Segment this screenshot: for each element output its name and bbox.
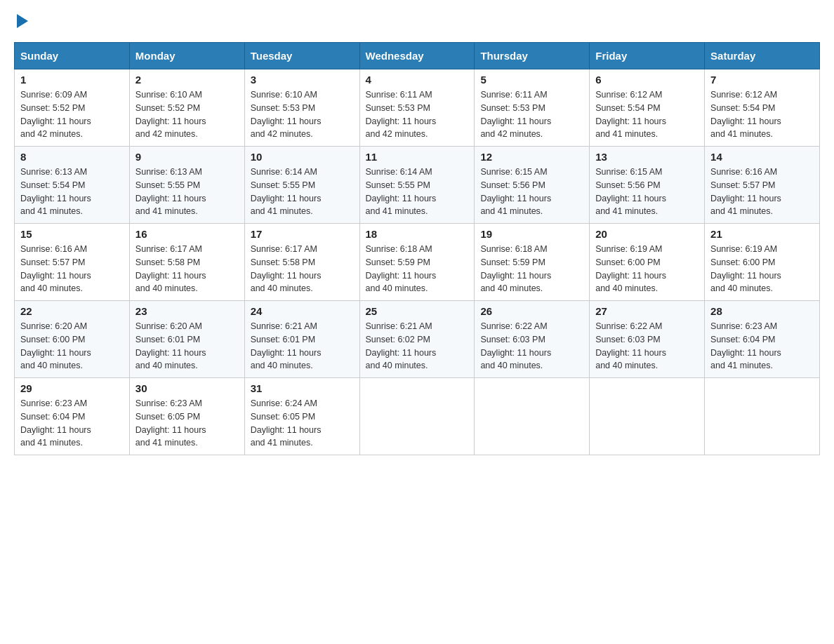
- calendar-week-row: 1 Sunrise: 6:09 AM Sunset: 5:52 PM Dayli…: [15, 69, 820, 147]
- calendar-day-cell: 5 Sunrise: 6:11 AM Sunset: 5:53 PM Dayli…: [475, 69, 590, 147]
- day-info: Sunrise: 6:12 AM Sunset: 5:54 PM Dayligh…: [710, 88, 814, 141]
- day-info: Sunrise: 6:24 AM Sunset: 6:05 PM Dayligh…: [251, 397, 354, 450]
- day-number: 17: [251, 228, 354, 240]
- day-info: Sunrise: 6:13 AM Sunset: 5:54 PM Dayligh…: [20, 166, 124, 218]
- day-number: 15: [20, 228, 124, 240]
- logo-arrow-icon: [17, 14, 28, 28]
- day-number: 25: [366, 305, 469, 317]
- day-info: Sunrise: 6:12 AM Sunset: 5:54 PM Dayligh…: [595, 88, 699, 141]
- calendar-table: SundayMondayTuesdayWednesdayThursdayFrid…: [14, 42, 820, 455]
- day-number: 1: [20, 74, 124, 86]
- calendar-day-cell: 12 Sunrise: 6:15 AM Sunset: 5:56 PM Dayl…: [475, 147, 590, 224]
- day-number: 10: [251, 151, 354, 163]
- calendar-day-cell: 20 Sunrise: 6:19 AM Sunset: 6:00 PM Dayl…: [590, 224, 705, 301]
- calendar-week-row: 8 Sunrise: 6:13 AM Sunset: 5:54 PM Dayli…: [15, 147, 820, 224]
- day-number: 5: [480, 74, 583, 86]
- calendar-empty-cell: [359, 378, 475, 455]
- day-info: Sunrise: 6:23 AM Sunset: 6:05 PM Dayligh…: [135, 397, 239, 450]
- header-wednesday: Wednesday: [359, 43, 475, 69]
- calendar-day-cell: 11 Sunrise: 6:14 AM Sunset: 5:55 PM Dayl…: [359, 147, 475, 224]
- calendar-day-cell: 29 Sunrise: 6:23 AM Sunset: 6:04 PM Dayl…: [15, 378, 130, 455]
- day-number: 29: [20, 382, 124, 394]
- calendar-week-row: 15 Sunrise: 6:16 AM Sunset: 5:57 PM Dayl…: [15, 224, 820, 301]
- calendar-week-row: 29 Sunrise: 6:23 AM Sunset: 6:04 PM Dayl…: [15, 378, 820, 455]
- day-number: 14: [710, 151, 814, 163]
- day-info: Sunrise: 6:09 AM Sunset: 5:52 PM Dayligh…: [20, 88, 124, 141]
- day-number: 16: [135, 228, 239, 240]
- day-number: 8: [20, 151, 124, 163]
- calendar-day-cell: 17 Sunrise: 6:17 AM Sunset: 5:58 PM Dayl…: [244, 224, 359, 301]
- calendar-empty-cell: [475, 378, 590, 455]
- calendar-day-cell: 13 Sunrise: 6:15 AM Sunset: 5:56 PM Dayl…: [590, 147, 705, 224]
- day-info: Sunrise: 6:18 AM Sunset: 5:59 PM Dayligh…: [480, 243, 583, 295]
- day-number: 13: [595, 151, 699, 163]
- day-info: Sunrise: 6:11 AM Sunset: 5:53 PM Dayligh…: [480, 88, 583, 141]
- calendar-empty-cell: [590, 378, 705, 455]
- calendar-day-cell: 8 Sunrise: 6:13 AM Sunset: 5:54 PM Dayli…: [15, 147, 130, 224]
- calendar-day-cell: 22 Sunrise: 6:20 AM Sunset: 6:00 PM Dayl…: [15, 301, 130, 378]
- header-saturday: Saturday: [705, 43, 820, 69]
- calendar-day-cell: 19 Sunrise: 6:18 AM Sunset: 5:59 PM Dayl…: [475, 224, 590, 301]
- day-info: Sunrise: 6:13 AM Sunset: 5:55 PM Dayligh…: [135, 166, 239, 218]
- day-number: 21: [710, 228, 814, 240]
- day-number: 22: [20, 305, 124, 317]
- day-info: Sunrise: 6:15 AM Sunset: 5:56 PM Dayligh…: [480, 166, 583, 218]
- day-number: 31: [251, 382, 354, 394]
- calendar-day-cell: 30 Sunrise: 6:23 AM Sunset: 6:05 PM Dayl…: [129, 378, 244, 455]
- day-info: Sunrise: 6:18 AM Sunset: 5:59 PM Dayligh…: [366, 243, 469, 295]
- logo: [14, 14, 29, 28]
- day-info: Sunrise: 6:14 AM Sunset: 5:55 PM Dayligh…: [366, 166, 469, 218]
- header-monday: Monday: [129, 43, 244, 69]
- day-info: Sunrise: 6:10 AM Sunset: 5:53 PM Dayligh…: [251, 88, 354, 141]
- day-number: 24: [251, 305, 354, 317]
- header-sunday: Sunday: [15, 43, 130, 69]
- calendar-empty-cell: [705, 378, 820, 455]
- day-info: Sunrise: 6:22 AM Sunset: 6:03 PM Dayligh…: [595, 320, 699, 373]
- calendar-day-cell: 9 Sunrise: 6:13 AM Sunset: 5:55 PM Dayli…: [129, 147, 244, 224]
- day-info: Sunrise: 6:16 AM Sunset: 5:57 PM Dayligh…: [20, 243, 124, 295]
- day-number: 2: [135, 74, 239, 86]
- header-thursday: Thursday: [475, 43, 590, 69]
- calendar-day-cell: 2 Sunrise: 6:10 AM Sunset: 5:52 PM Dayli…: [129, 69, 244, 147]
- day-info: Sunrise: 6:23 AM Sunset: 6:04 PM Dayligh…: [710, 320, 814, 373]
- calendar-day-cell: 27 Sunrise: 6:22 AM Sunset: 6:03 PM Dayl…: [590, 301, 705, 378]
- day-info: Sunrise: 6:17 AM Sunset: 5:58 PM Dayligh…: [251, 243, 354, 295]
- day-number: 4: [366, 74, 469, 86]
- day-info: Sunrise: 6:10 AM Sunset: 5:52 PM Dayligh…: [135, 88, 239, 141]
- day-info: Sunrise: 6:20 AM Sunset: 6:01 PM Dayligh…: [135, 320, 239, 373]
- day-info: Sunrise: 6:15 AM Sunset: 5:56 PM Dayligh…: [595, 166, 699, 218]
- calendar-day-cell: 24 Sunrise: 6:21 AM Sunset: 6:01 PM Dayl…: [244, 301, 359, 378]
- calendar-day-cell: 25 Sunrise: 6:21 AM Sunset: 6:02 PM Dayl…: [359, 301, 475, 378]
- page-header: [14, 14, 820, 28]
- day-info: Sunrise: 6:21 AM Sunset: 6:02 PM Dayligh…: [366, 320, 469, 373]
- day-info: Sunrise: 6:19 AM Sunset: 6:00 PM Dayligh…: [595, 243, 699, 295]
- calendar-week-row: 22 Sunrise: 6:20 AM Sunset: 6:00 PM Dayl…: [15, 301, 820, 378]
- calendar-day-cell: 23 Sunrise: 6:20 AM Sunset: 6:01 PM Dayl…: [129, 301, 244, 378]
- day-info: Sunrise: 6:17 AM Sunset: 5:58 PM Dayligh…: [135, 243, 239, 295]
- day-info: Sunrise: 6:19 AM Sunset: 6:00 PM Dayligh…: [710, 243, 814, 295]
- day-number: 7: [710, 74, 814, 86]
- calendar-day-cell: 14 Sunrise: 6:16 AM Sunset: 5:57 PM Dayl…: [705, 147, 820, 224]
- day-number: 6: [595, 74, 699, 86]
- day-info: Sunrise: 6:20 AM Sunset: 6:00 PM Dayligh…: [20, 320, 124, 373]
- day-number: 30: [135, 382, 239, 394]
- calendar-day-cell: 26 Sunrise: 6:22 AM Sunset: 6:03 PM Dayl…: [475, 301, 590, 378]
- calendar-day-cell: 16 Sunrise: 6:17 AM Sunset: 5:58 PM Dayl…: [129, 224, 244, 301]
- calendar-day-cell: 18 Sunrise: 6:18 AM Sunset: 5:59 PM Dayl…: [359, 224, 475, 301]
- day-info: Sunrise: 6:14 AM Sunset: 5:55 PM Dayligh…: [251, 166, 354, 218]
- calendar-day-cell: 6 Sunrise: 6:12 AM Sunset: 5:54 PM Dayli…: [590, 69, 705, 147]
- calendar-day-cell: 21 Sunrise: 6:19 AM Sunset: 6:00 PM Dayl…: [705, 224, 820, 301]
- calendar-day-cell: 7 Sunrise: 6:12 AM Sunset: 5:54 PM Dayli…: [705, 69, 820, 147]
- day-info: Sunrise: 6:11 AM Sunset: 5:53 PM Dayligh…: [366, 88, 469, 141]
- day-number: 11: [366, 151, 469, 163]
- day-info: Sunrise: 6:16 AM Sunset: 5:57 PM Dayligh…: [710, 166, 814, 218]
- day-number: 12: [480, 151, 583, 163]
- calendar-day-cell: 1 Sunrise: 6:09 AM Sunset: 5:52 PM Dayli…: [15, 69, 130, 147]
- day-number: 23: [135, 305, 239, 317]
- header-friday: Friday: [590, 43, 705, 69]
- calendar-day-cell: 10 Sunrise: 6:14 AM Sunset: 5:55 PM Dayl…: [244, 147, 359, 224]
- day-number: 18: [366, 228, 469, 240]
- day-info: Sunrise: 6:23 AM Sunset: 6:04 PM Dayligh…: [20, 397, 124, 450]
- calendar-day-cell: 31 Sunrise: 6:24 AM Sunset: 6:05 PM Dayl…: [244, 378, 359, 455]
- day-number: 19: [480, 228, 583, 240]
